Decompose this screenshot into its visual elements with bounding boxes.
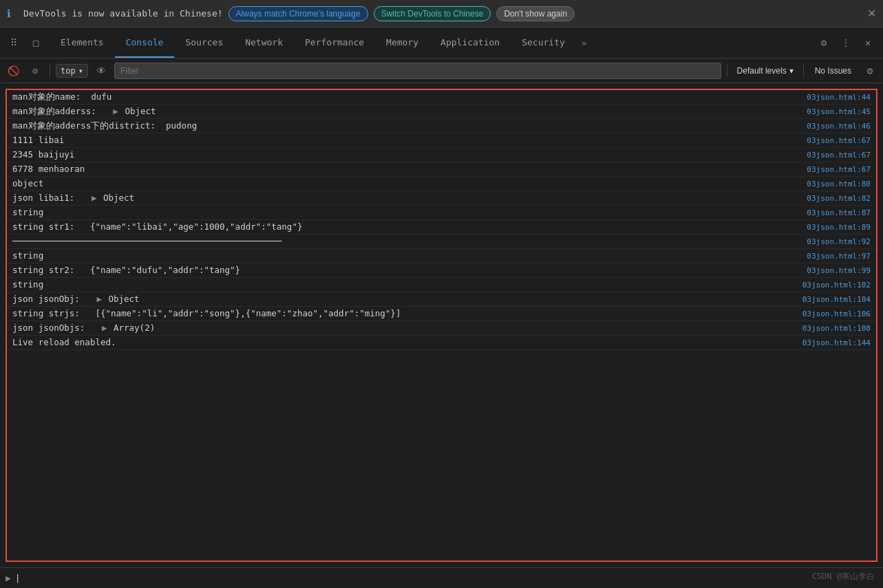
console-link[interactable]: 03json.html:104 (802, 295, 871, 304)
inspect-icon[interactable]: 👁 (92, 62, 110, 80)
default-levels-label: Default levels (737, 66, 787, 76)
console-link[interactable]: 03json.html:45 (807, 107, 871, 116)
console-text: 2345 baijuyi (12, 149, 801, 161)
tab-security[interactable]: Security (511, 28, 576, 58)
context-selector[interactable]: top ▾ (56, 64, 88, 78)
console-link[interactable]: 03json.html:89 (807, 223, 871, 232)
device-toolbar-icon[interactable]: □ (26, 33, 45, 52)
more-options-icon[interactable]: ⋮ (836, 33, 855, 52)
console-row: man对象的adderss下的district: pudong 03json.h… (7, 119, 876, 133)
console-link[interactable]: 03json.html:80 (807, 179, 871, 188)
console-text: string (12, 279, 797, 291)
console-text: json jsonObjs: ▶ Array(2) (12, 322, 797, 334)
console-settings-icon[interactable]: ⚙ (861, 62, 879, 80)
toolbar-divider2 (727, 65, 727, 77)
console-link[interactable]: 03json.html:67 (807, 136, 871, 145)
console-text: json jsonObj: ▶ Object (12, 293, 797, 305)
console-link[interactable]: 03json.html:46 (807, 122, 871, 131)
toolbar-divider (50, 65, 50, 77)
console-row: string str2: {"name":"dufu","addr":"tang… (7, 263, 876, 278)
console-row: man对象的name: dufu 03json.html:44 (7, 90, 876, 105)
console-link[interactable]: 03json.html:108 (802, 324, 871, 333)
tab-bar: ⠿ □ Elements Console Sources Network Per… (0, 28, 883, 58)
console-text: string (12, 206, 801, 219)
context-dropdown-arrow: ▾ (78, 66, 83, 76)
context-label: top (61, 66, 76, 76)
tab-more-button[interactable]: » (576, 28, 593, 58)
notification-text: DevTools is now available in Chinese! (23, 8, 223, 19)
notification-close-button[interactable]: ✕ (867, 7, 876, 20)
console-row: 1111 libai 03json.html:67 (7, 133, 876, 148)
console-link[interactable]: 03json.html:92 (807, 237, 871, 246)
devtools-menu-icon[interactable]: ⠿ (4, 33, 23, 52)
console-row: json jsonObj: ▶ Object 03json.html:104 (7, 292, 876, 307)
console-link[interactable]: 03json.html:87 (807, 208, 871, 217)
console-cursor[interactable]: | (15, 573, 21, 583)
console-row: string 03json.html:102 (7, 278, 876, 292)
language-match-button[interactable]: Always match Chrome's language (228, 6, 368, 21)
console-text: 1111 libai (12, 134, 801, 146)
filter-icon[interactable]: ⊘ (26, 62, 44, 80)
notification-bar: ℹ DevTools is now available in Chinese! … (0, 0, 883, 28)
settings-icon[interactable]: ⚙ (814, 33, 833, 52)
input-arrow-icon: ▶ (6, 573, 11, 583)
default-levels-arrow: ▾ (789, 66, 794, 76)
filter-input[interactable] (114, 63, 721, 79)
dont-show-again-button[interactable]: Don't show again (496, 6, 575, 21)
console-row: string 03json.html:87 (7, 206, 876, 220)
clear-console-icon[interactable]: 🚫 (4, 62, 22, 80)
console-row: 2345 baijuyi 03json.html:67 (7, 148, 876, 162)
tab-application[interactable]: Application (429, 28, 511, 58)
tab-sources[interactable]: Sources (174, 28, 234, 58)
console-text: string strjs: [{"name":"li","addr":"song… (12, 307, 797, 320)
console-text: man对象的adderss下的district: pudong (12, 120, 801, 132)
console-toolbar: 🚫 ⊘ top ▾ 👁 Default levels ▾ No Issues ⚙ (0, 58, 883, 83)
no-issues-button[interactable]: No Issues (809, 65, 857, 77)
console-row: json jsonObjs: ▶ Array(2) 03json.html:10… (7, 321, 876, 336)
console-link[interactable]: 03json.html:67 (807, 151, 871, 160)
close-devtools-icon[interactable]: ✕ (858, 33, 877, 52)
console-text: string str2: {"name":"dufu","addr":"tang… (12, 264, 801, 276)
toolbar-divider3 (803, 65, 804, 77)
tab-left-icons: ⠿ □ (0, 28, 50, 58)
tab-console[interactable]: Console (115, 28, 175, 58)
tab-elements[interactable]: Elements (50, 28, 115, 58)
tab-performance[interactable]: Performance (294, 28, 375, 58)
console-text: 6778 menhaoran (12, 163, 801, 175)
console-link[interactable]: 03json.html:67 (807, 165, 871, 174)
console-text: man对象的name: dufu (12, 91, 801, 103)
console-link[interactable]: 03json.html:102 (802, 281, 871, 290)
console-row: man对象的adderss: ▶ Object 03json.html:45 (7, 105, 876, 119)
tab-right-icons: ⚙ ⋮ ✕ (809, 28, 883, 58)
console-input-row: ▶ | (0, 567, 883, 588)
console-highlighted-area: man对象的name: dufu 03json.html:44 man对象的ad… (6, 89, 877, 562)
console-text: Live reload enabled. (12, 336, 797, 349)
console-output: man对象的name: dufu 03json.html:44 man对象的ad… (0, 83, 883, 567)
console-row: object 03json.html:80 (7, 177, 876, 191)
console-text: string (12, 250, 801, 262)
console-text: man对象的adderss: ▶ Object (12, 105, 801, 118)
console-row: string strjs: [{"name":"li","addr":"song… (7, 307, 876, 321)
watermark: CSDN @寒山李白 (812, 571, 875, 582)
switch-chinese-button[interactable]: Switch DevTools to Chinese (374, 6, 491, 21)
console-row: 6778 menhaoran 03json.html:67 (7, 162, 876, 177)
default-levels-button[interactable]: Default levels ▾ (733, 65, 798, 77)
console-link[interactable]: 03json.html:99 (807, 266, 871, 275)
console-link[interactable]: 03json.html:44 (807, 93, 871, 102)
console-link[interactable]: 03json.html:144 (802, 338, 871, 347)
tab-network[interactable]: Network (234, 28, 294, 58)
console-link[interactable]: 03json.html:82 (807, 194, 871, 203)
console-text: json libai1: ▶ Object (12, 192, 801, 204)
console-link[interactable]: 03json.html:106 (802, 309, 871, 318)
console-text: object (12, 177, 801, 190)
console-row: string 03json.html:97 (7, 249, 876, 263)
console-row: string str1: {"name":"libai","age":1000,… (7, 220, 876, 235)
console-link[interactable]: 03json.html:97 (807, 252, 871, 261)
console-separator: ────────────────────────────────────────… (12, 235, 801, 248)
tab-list: Elements Console Sources Network Perform… (50, 28, 593, 58)
console-row: json libai1: ▶ Object 03json.html:82 (7, 191, 876, 206)
console-row: Live reload enabled. 03json.html:144 (7, 336, 876, 350)
tab-memory[interactable]: Memory (375, 28, 429, 58)
console-text: string str1: {"name":"libai","age":1000,… (12, 221, 801, 233)
info-icon: ℹ (7, 8, 18, 20)
